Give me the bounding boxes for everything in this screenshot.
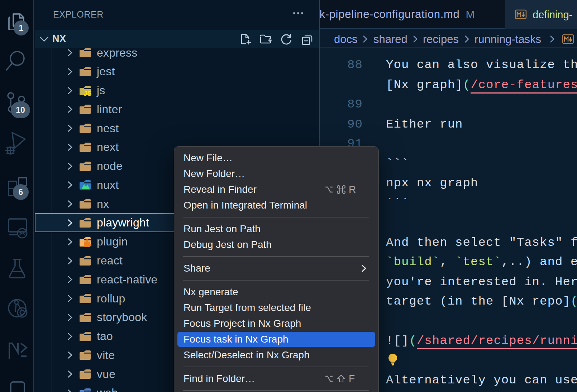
svg-text:JS: JS (84, 90, 91, 96)
